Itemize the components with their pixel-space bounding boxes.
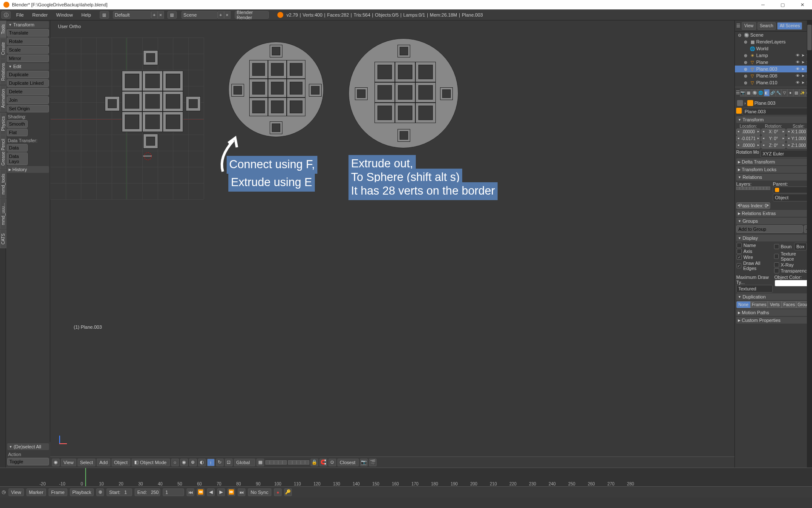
layer-grid[interactable] xyxy=(736,187,770,190)
editor-type-timeline-icon[interactable]: ◷ xyxy=(2,489,6,495)
orientation-select[interactable]: Global xyxy=(234,459,255,466)
vtab-create[interactable]: Create xyxy=(0,38,6,59)
vtab-animation[interactable]: Animation xyxy=(0,85,6,112)
tl-menu-marker[interactable]: Marker xyxy=(26,488,46,496)
manipulator-rotate-icon[interactable]: ↻ xyxy=(216,459,224,466)
outliner-row-lamp[interactable]: ⊕✳Lamp👁➤📷 xyxy=(735,52,812,59)
duplication-section-header[interactable]: Duplication xyxy=(736,293,811,300)
scale-button[interactable]: Scale xyxy=(7,46,49,54)
object-name-input[interactable] xyxy=(743,108,811,115)
loc-x[interactable]: .00000 xyxy=(736,129,760,135)
delta-transform-header[interactable]: Delta Transform xyxy=(736,158,811,165)
prop-tab-render[interactable]: 📷 xyxy=(740,89,746,97)
operator-panel-header[interactable]: (De)select All xyxy=(7,443,49,450)
transform-locks-header[interactable]: Transform Locks xyxy=(736,166,811,173)
rotation-mode-select[interactable]: XYZ Euler xyxy=(760,150,811,158)
transform-section-header[interactable]: Transform xyxy=(736,116,811,123)
close-button[interactable]: ✕ xyxy=(792,0,812,9)
shading-bbox-icon[interactable]: ○ xyxy=(171,459,179,466)
motion-paths-header[interactable]: Motion Paths xyxy=(736,309,811,316)
dup-none[interactable]: None xyxy=(736,301,751,308)
outliner-view-menu[interactable]: View xyxy=(742,22,756,30)
chk-transparency[interactable] xyxy=(774,268,779,273)
prop-tab-object[interactable]: ◧ xyxy=(764,89,770,97)
tl-keyset-icon[interactable]: 🔑 xyxy=(284,488,292,496)
history-panel-header[interactable]: History xyxy=(7,166,49,173)
tl-range-toggle-icon[interactable]: ⊕ xyxy=(96,488,104,496)
tl-prev-key-icon[interactable]: ⏪ xyxy=(197,488,204,496)
pass-index-input[interactable]: Pass Index: 0 xyxy=(736,202,770,209)
layout-browse-icon[interactable]: ⊞ xyxy=(100,11,109,19)
vtab-physics[interactable]: Physics xyxy=(0,112,6,135)
mirror-button[interactable]: Mirror xyxy=(7,55,49,62)
tl-menu-playback[interactable]: Playback xyxy=(70,488,94,496)
tl-end-input[interactable]: End: 250 xyxy=(135,488,160,496)
minimize-button[interactable]: ─ xyxy=(753,0,773,9)
render-engine-select[interactable]: Blender Render xyxy=(235,11,269,19)
vp-menu-select[interactable]: Select xyxy=(78,459,96,466)
outliner-row-plane003[interactable]: ⊕▽Plane.003👁➤📷 xyxy=(735,66,812,72)
outliner-search-menu[interactable]: Search xyxy=(757,22,776,30)
tl-jump-end-icon[interactable]: ⏭ xyxy=(238,488,245,496)
prop-tab-constraints[interactable]: 🔗 xyxy=(770,89,776,97)
parent-type-select[interactable]: Object xyxy=(773,194,811,201)
timeline-ruler[interactable]: -20-100102030405060708090100110120130140… xyxy=(0,468,812,487)
outliner[interactable]: ⊖🔘Scene ⊕▦RenderLayers▦ 🌐World ⊕✳Lamp👁➤📷… xyxy=(735,32,812,87)
menu-file[interactable]: File xyxy=(12,12,28,17)
3d-viewport[interactable]: User Ortho /*grid lines drawn minimally*… xyxy=(50,20,734,468)
menu-window[interactable]: Window xyxy=(52,12,77,17)
mode-select[interactable]: ◧Object Mode xyxy=(132,459,170,466)
scene-delete-button[interactable]: × xyxy=(224,11,230,19)
layers-icon[interactable]: ▦ xyxy=(256,459,264,466)
render-anim-icon[interactable]: 🎬 xyxy=(369,459,377,466)
prop-tab-renderlayers[interactable]: ▦ xyxy=(746,89,752,97)
prop-tab-modifiers[interactable]: 🔧 xyxy=(776,89,782,97)
groups-section-header[interactable]: Groups xyxy=(736,218,811,224)
delete-button[interactable]: Delete xyxy=(7,88,49,95)
viewport-scrollbar[interactable] xyxy=(807,20,812,468)
editor-type-outliner-icon[interactable]: ☰ xyxy=(736,23,740,29)
editor-type-props-icon[interactable]: ☰ xyxy=(736,90,740,95)
layout-add-button[interactable]: + xyxy=(151,11,158,19)
layer-buttons[interactable] xyxy=(265,460,309,465)
loc-z[interactable]: .00000 xyxy=(736,142,760,149)
snap-element-icon[interactable]: ⊙ xyxy=(328,459,336,466)
prop-tab-world[interactable]: 🌐 xyxy=(758,89,764,97)
chk-draw-edges[interactable] xyxy=(737,263,741,268)
relations-extras-header[interactable]: Relations Extras xyxy=(736,210,811,217)
tl-current-frame-input[interactable]: 1 xyxy=(163,488,184,496)
tl-play-rev-icon[interactable]: ◀ xyxy=(207,488,215,496)
edit-panel-header[interactable]: Edit xyxy=(7,63,49,70)
tl-play-icon[interactable]: ▶ xyxy=(217,488,225,496)
data-button[interactable]: Data xyxy=(7,144,28,152)
rot-y[interactable]: Y: 0° xyxy=(761,135,786,142)
vtab-tools[interactable]: Tools xyxy=(0,20,6,38)
manipulator-toggle-icon[interactable]: ◐ xyxy=(198,459,206,466)
transform-panel-header[interactable]: Transform xyxy=(7,21,49,28)
tl-start-input[interactable]: Start: 1 xyxy=(107,488,132,496)
translate-button[interactable]: Translate xyxy=(7,29,49,37)
prop-tab-particles[interactable]: ✨ xyxy=(799,89,805,97)
tl-jump-start-icon[interactable]: ⏮ xyxy=(187,488,194,496)
vtab-cats[interactable]: CATS xyxy=(0,230,6,248)
snap-target-select[interactable]: Closest xyxy=(337,459,359,466)
relations-section-header[interactable]: Relations xyxy=(736,174,811,181)
chk-wire[interactable] xyxy=(737,255,742,260)
prop-tab-scene[interactable]: 🔘 xyxy=(752,89,758,97)
join-button[interactable]: Join xyxy=(7,96,49,104)
tl-menu-frame[interactable]: Frame xyxy=(49,488,67,496)
layout-delete-button[interactable]: × xyxy=(158,11,164,19)
manipulator-translate-icon[interactable]: ↕ xyxy=(207,459,215,466)
maximize-button[interactable]: ▢ xyxy=(773,0,792,9)
outliner-row-plane[interactable]: ⊕▽Plane👁➤📷 xyxy=(735,59,812,66)
layout-select[interactable]: Default xyxy=(113,11,151,19)
editor-type-3dview-icon[interactable]: ◉ xyxy=(52,459,60,466)
action-toggle-select[interactable]: Toggle xyxy=(7,458,49,465)
outliner-row-scene[interactable]: ⊖🔘Scene xyxy=(735,32,812,38)
outliner-row-plane010[interactable]: ⊕▽Plane.010👁➤📷 xyxy=(735,79,812,86)
dup-verts[interactable]: Verts xyxy=(768,301,782,308)
parent-input[interactable] xyxy=(773,187,811,193)
bounds-type-select[interactable]: Box xyxy=(794,243,807,250)
render-preview-icon[interactable]: 📷 xyxy=(360,459,368,466)
custom-properties-header[interactable]: Custom Properties xyxy=(736,317,811,324)
